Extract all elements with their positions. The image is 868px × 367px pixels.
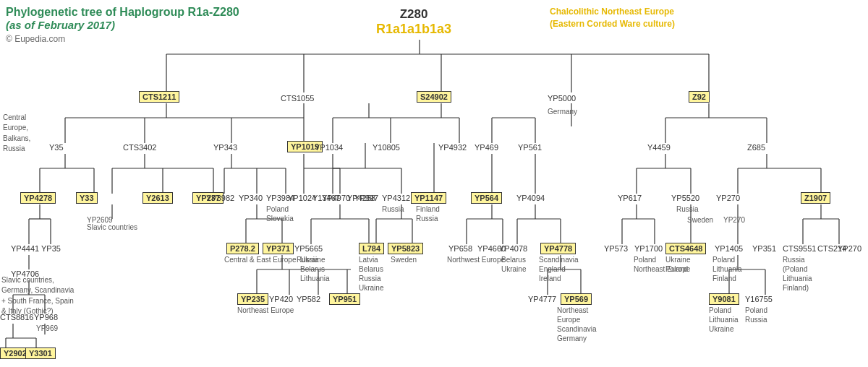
node-yp4932: YP4932: [438, 143, 467, 152]
node-z685: Z685: [747, 143, 765, 152]
node-yp951: YP951: [329, 295, 360, 303]
node-z1907: Z1907: [801, 194, 830, 202]
node-yp5823: YP5823: [388, 244, 423, 253]
label-ukraine-belarus: UkraineBelarusLithuania: [300, 255, 330, 283]
node-yp4778: YP4778: [540, 244, 576, 253]
node-yp561: YP561: [518, 143, 542, 152]
node-yp343: YP343: [213, 143, 237, 152]
node-yp569: YP569: [561, 295, 592, 303]
label-yp969: YP969: [36, 324, 58, 333]
node-yp617: YP617: [618, 194, 642, 202]
node-yp5665: YP5665: [294, 244, 323, 253]
label-latvia: LatviaBelarusRussiaUkraine: [359, 255, 383, 293]
node-y9081: Y9081: [709, 295, 739, 303]
label-russia-poland-fin: Russia(PolandLithuaniaFinland): [783, 255, 812, 293]
label-poland-lithuania: PolandLithuaniaFinland: [712, 255, 742, 283]
node-yp5520: YP5520: [671, 194, 699, 202]
node-yp4777: YP4777: [528, 295, 556, 303]
node-yp1405: YP1405: [715, 244, 743, 253]
label-northeast-scand: NortheastEuropeScandinaviaGermany: [557, 306, 596, 343]
node-yp371: YP371: [263, 244, 294, 253]
node-yp5000: YP5000: [548, 94, 576, 103]
node-y35: Y35: [49, 143, 64, 152]
node-yp351: YP351: [752, 244, 776, 253]
node-y33: Y33: [76, 194, 98, 202]
node-y10805: Y10805: [373, 143, 400, 152]
node-yp4094: YP4094: [516, 194, 545, 202]
node-y2613: Y2613: [142, 194, 173, 202]
node-cts1055: CTS1055: [281, 94, 314, 103]
label-sweden: Sweden: [391, 255, 417, 264]
node-cts3402: CTS3402: [123, 143, 156, 152]
label-belarus: BelarusUkraine: [501, 255, 526, 274]
label-scandinavia: ScandinaviaEnglandIreland: [539, 255, 578, 283]
label-northwest: Northwest Europe: [447, 255, 505, 264]
label-slavic-germany: Slavic countries,Germany, Scandinavia+ S…: [1, 275, 74, 316]
node-y13467: Y13467: [312, 194, 340, 202]
node-cts1211: CTS1211: [139, 92, 179, 101]
node-yp3982: YP3982: [206, 194, 234, 202]
node-y16755: Y16755: [745, 295, 773, 303]
node-yp4278: YP4278: [20, 194, 56, 202]
label-poland-slovakia: PolandSlovakia: [266, 204, 294, 223]
label-germany: Germany: [548, 107, 577, 116]
node-y4459: Y4459: [647, 143, 671, 152]
node-yp4441: YP4441: [11, 244, 39, 253]
node-yp340: YP340: [239, 194, 263, 202]
label-russia-yp4312: Russia: [382, 204, 404, 214]
node-yp997: YP997: [354, 194, 378, 202]
node-yp-other: YP35: [41, 244, 61, 253]
node-z92: Z92: [689, 92, 710, 101]
label-poland-russia: PolandRussia: [745, 306, 767, 324]
node-yp1034: YP1034: [315, 143, 343, 152]
label-northeast-europe: Northeast Europe: [237, 306, 294, 315]
node-yp1147: YP1147: [411, 194, 446, 202]
label-central-europe: CentralEurope,Balkans,Russia: [3, 112, 30, 153]
node-cts9551: CTS9551: [783, 244, 816, 253]
node-yp235: YP235: [237, 295, 268, 303]
node-yp420: YP420: [269, 295, 293, 303]
node-cts4648: CTS4648: [665, 244, 706, 253]
node-yp1700: YP1700: [634, 244, 663, 253]
label-slavic: Slavic countries: [87, 223, 137, 232]
node-l784: L784: [359, 244, 384, 253]
node-yp658: YP658: [448, 244, 472, 253]
label-central-east: Central & East Europe: [224, 255, 297, 264]
label-yp270-sub: YP270: [723, 215, 745, 225]
node-yp270-l2: YP270: [716, 194, 740, 202]
node-s24902: S24902: [417, 92, 451, 101]
node-yp564: YP564: [471, 194, 502, 202]
node-p2782: P278.2: [226, 244, 259, 253]
label-ukraine-cts4648: UkrainePoland: [665, 255, 690, 274]
label-russia-yp5520: Russia: [676, 204, 699, 214]
label-poland-lithun-2: PolandLithuaniaUkraine: [709, 306, 739, 334]
label-finland-russia: FinlandRussia: [416, 204, 440, 223]
node-yp582: YP582: [297, 295, 320, 303]
node-yp4078: YP4078: [499, 244, 527, 253]
node-y3301: Y3301: [25, 349, 56, 358]
label-sweden-cts: Sweden: [687, 215, 713, 225]
node-yp573: YP573: [604, 244, 628, 253]
node-yp270-z1907: YP270: [838, 244, 861, 253]
node-yp4312: YP4312: [382, 194, 410, 202]
page-container: Phylogenetic tree of Haplogroup R1a-Z280…: [0, 0, 868, 367]
node-yp469: YP469: [475, 143, 498, 152]
